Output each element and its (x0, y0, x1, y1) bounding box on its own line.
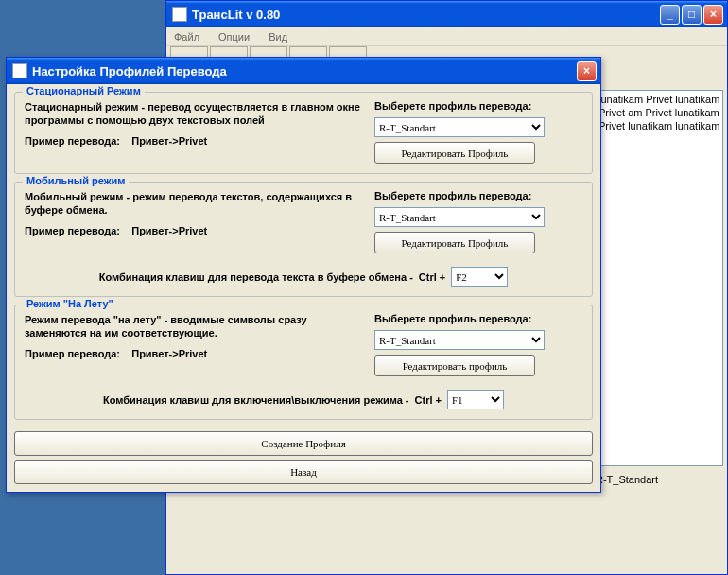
main-title: ТрансLit v 0.80 (192, 8, 660, 22)
fly-profile-select[interactable]: R-T_Standart (374, 330, 545, 350)
menu-view[interactable]: Вид (265, 29, 291, 44)
fly-hotkey-prefix: Ctrl + (415, 394, 442, 406)
dialog-close-button[interactable]: × (577, 61, 597, 81)
close-button[interactable]: × (703, 5, 723, 25)
stationary-edit-button[interactable]: Редактировать Профиль (374, 142, 535, 164)
app-icon (172, 7, 187, 22)
menu-file[interactable]: Файл (170, 29, 203, 44)
fly-desc: Режим перевода "на лету" - вводимые симв… (25, 313, 361, 340)
mobile-edit-button[interactable]: Редактировать Профиль (374, 232, 535, 253)
fly-hotkey-select[interactable]: F1 (447, 390, 504, 409)
stationary-example-value: Привет->Privet (131, 135, 207, 147)
stationary-desc: Стационарный режим - перевод осуществляе… (25, 100, 361, 127)
group-fly: Режим "На Лету" Режим перевода "на лету"… (14, 305, 593, 420)
stationary-profile-select[interactable]: R-T_Standart (374, 117, 545, 137)
minimize-button[interactable]: _ (660, 5, 680, 25)
dialog-title: Настройка Профилей Перевода (32, 64, 577, 78)
output-textarea[interactable]: lunatikam Privet lunatikam Privet am Pri… (596, 90, 723, 466)
dialog-titlebar: Настройка Профилей Перевода × (7, 58, 600, 84)
mobile-hotkey-label: Комбинация клавиш для перевода текста в … (99, 271, 413, 283)
menu-options[interactable]: Опции (215, 29, 253, 44)
stationary-profile-label: Выберете профиль перевода: (374, 100, 582, 112)
dialog-icon (12, 63, 27, 78)
mobile-desc: Мобильный режим - режим перевода текстов… (25, 190, 361, 217)
status-label: R-T_Standart (596, 474, 723, 485)
stationary-example-label: Пример перевода: (25, 135, 120, 147)
mobile-example-label: Пример перевода: (25, 225, 120, 236)
mobile-profile-select[interactable]: R-T_Standart (374, 207, 545, 227)
fly-hotkey-label: Комбинация клавиш для включения\выключен… (103, 394, 409, 406)
mobile-hotkey-prefix: Ctrl + (419, 271, 445, 283)
fly-example-value: Привет->Privet (131, 348, 207, 359)
main-titlebar: ТрансLit v 0.80 _ □ × (166, 1, 727, 27)
settings-dialog: Настройка Профилей Перевода × Стационарн… (6, 57, 601, 493)
group-stationary-title: Стационарный Режим (23, 85, 145, 96)
fly-edit-button[interactable]: Редактировать профиль (374, 355, 535, 376)
fly-example-label: Пример перевода: (25, 348, 120, 359)
mobile-profile-label: Выберете профиль перевода: (374, 190, 582, 201)
mobile-hotkey-select[interactable]: F2 (451, 267, 508, 287)
fly-profile-label: Выберете профиль перевода: (374, 313, 582, 324)
group-stationary: Стационарный Режим Стационарный режим - … (14, 92, 593, 174)
group-mobile: Мобильный режим Мобильный режим - режим … (14, 182, 593, 297)
mobile-example-value: Привет->Privet (131, 225, 207, 236)
maximize-button[interactable]: □ (682, 5, 702, 25)
create-profile-button[interactable]: Создание Профиля (14, 431, 593, 456)
group-fly-title: Режим "На Лету" (23, 298, 117, 309)
back-button[interactable]: Назад (14, 460, 593, 484)
menubar: Файл Опции Вид (166, 27, 727, 46)
group-mobile-title: Мобильный режим (23, 175, 129, 186)
